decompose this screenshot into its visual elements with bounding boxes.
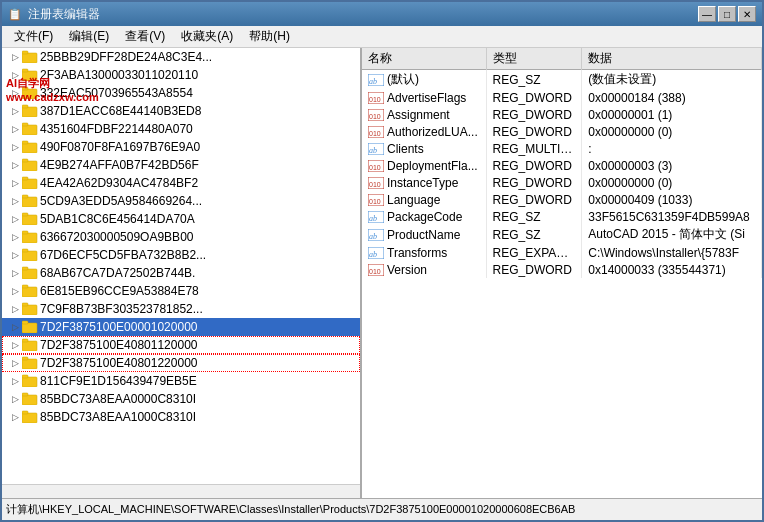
tree-item[interactable]: ▷ 7D2F3875100E40801220000 bbox=[2, 354, 360, 372]
folder-icon bbox=[22, 265, 38, 282]
close-button[interactable]: ✕ bbox=[738, 6, 756, 22]
expand-icon[interactable]: ▷ bbox=[10, 322, 20, 332]
expand-icon[interactable]: ▷ bbox=[10, 178, 20, 188]
expand-icon[interactable]: ▷ bbox=[10, 286, 20, 296]
tree-scroll[interactable]: ▷ 25BBB29DFF28DE24A8C3E4...▷ 2F3ABA13000… bbox=[2, 48, 360, 484]
expand-icon[interactable]: ▷ bbox=[10, 124, 20, 134]
registry-name-text: ProductName bbox=[387, 228, 460, 242]
tree-item[interactable]: ▷ 4E9B274AFFA0B7F42BD56F bbox=[2, 156, 360, 174]
expand-icon[interactable]: ▷ bbox=[10, 304, 20, 314]
expand-icon[interactable]: ▷ bbox=[10, 106, 20, 116]
table-row[interactable]: 010InstanceTypeREG_DWORD0x00000000 (0) bbox=[362, 174, 762, 191]
table-row[interactable]: 010VersionREG_DWORD0x14000033 (335544371… bbox=[362, 261, 762, 278]
tree-item[interactable]: ▷ 5DAB1C8C6E456414DA70A bbox=[2, 210, 360, 228]
svg-rect-27 bbox=[22, 285, 28, 288]
tree-item[interactable]: ▷ 25BBB29DFF28DE24A8C3E4... bbox=[2, 48, 360, 66]
expand-icon[interactable]: ▷ bbox=[10, 250, 20, 260]
left-scrollbar-h[interactable] bbox=[2, 484, 360, 498]
ab-icon: ab bbox=[368, 211, 384, 223]
svg-rect-19 bbox=[22, 213, 28, 216]
svg-text:010: 010 bbox=[369, 96, 381, 103]
table-row[interactable]: abClientsREG_MULTI_SZ: bbox=[362, 140, 762, 157]
tree-item[interactable]: ▷ 7D2F3875100E00001020000 bbox=[2, 318, 360, 336]
tree-item[interactable]: ▷ 6E815EB96CCE9A53884E78 bbox=[2, 282, 360, 300]
tree-item[interactable]: ▷ 811CF9E1D156439479EB5E bbox=[2, 372, 360, 390]
table-row[interactable]: 010DeploymentFla...REG_DWORD0x00000003 (… bbox=[362, 157, 762, 174]
expand-icon[interactable]: ▷ bbox=[10, 358, 20, 368]
tree-item-label: 67D6ECF5CD5FBA732B8B2... bbox=[40, 248, 206, 262]
expand-icon[interactable]: ▷ bbox=[10, 142, 20, 152]
expand-icon[interactable]: ▷ bbox=[10, 70, 20, 80]
table-row[interactable]: 010AdvertiseFlagsREG_DWORD0x00000184 (38… bbox=[362, 89, 762, 106]
menu-file[interactable]: 文件(F) bbox=[6, 26, 61, 47]
tree-item[interactable]: ▷ 7D2F3875100E40801120000 bbox=[2, 336, 360, 354]
table-row[interactable]: abTransformsREG_EXPAND_SZC:\Windows\Inst… bbox=[362, 244, 762, 261]
tree-item-label: 4E9B274AFFA0B7F42BD56F bbox=[40, 158, 199, 172]
expand-icon[interactable]: ▷ bbox=[10, 214, 20, 224]
registry-type-cell: REG_DWORD bbox=[486, 174, 582, 191]
table-row[interactable]: abProductNameREG_SZAutoCAD 2015 - 简体中文 (… bbox=[362, 225, 762, 244]
tree-item[interactable]: ▷ 67D6ECF5CD5FBA732B8B2... bbox=[2, 246, 360, 264]
tree-item[interactable]: ▷ 332EAC50703965543A8554 bbox=[2, 84, 360, 102]
registry-name-text: Transforms bbox=[387, 246, 447, 260]
svg-rect-1 bbox=[22, 51, 28, 54]
expand-icon[interactable]: ▷ bbox=[10, 412, 20, 422]
tree-item[interactable]: ▷ 68AB67CA7DA72502B744B. bbox=[2, 264, 360, 282]
svg-rect-7 bbox=[22, 105, 28, 108]
maximize-button[interactable]: □ bbox=[718, 6, 736, 22]
tree-item[interactable]: ▷ 85BDC73A8EAA0000C8310I bbox=[2, 390, 360, 408]
svg-rect-15 bbox=[22, 177, 28, 180]
table-row[interactable]: abPackageCodeREG_SZ33F5615C631359F4DB599… bbox=[362, 208, 762, 225]
folder-icon bbox=[22, 193, 38, 210]
tree-item[interactable]: ▷ 4EA42A62D9304AC4784BF2 bbox=[2, 174, 360, 192]
expand-icon[interactable]: ▷ bbox=[10, 376, 20, 386]
header-data: 数据 bbox=[582, 48, 762, 70]
registry-name-text: DeploymentFla... bbox=[387, 159, 478, 173]
tree-item-label: 7D2F3875100E40801220000 bbox=[40, 356, 197, 370]
header-name: 名称 bbox=[362, 48, 486, 70]
expand-icon[interactable]: ▷ bbox=[10, 232, 20, 242]
expand-icon[interactable]: ▷ bbox=[10, 52, 20, 62]
right-scroll[interactable]: 名称 类型 数据 ab(默认)REG_SZ(数值未设置)010Advertise… bbox=[362, 48, 762, 498]
table-row[interactable]: 010LanguageREG_DWORD0x00000409 (1033) bbox=[362, 191, 762, 208]
registry-name-cell: abTransforms bbox=[362, 244, 486, 261]
left-panel: ▷ 25BBB29DFF28DE24A8C3E4...▷ 2F3ABA13000… bbox=[2, 48, 362, 498]
registry-name-text: AuthorizedLUA... bbox=[387, 125, 478, 139]
menu-edit[interactable]: 编辑(E) bbox=[61, 26, 117, 47]
registry-type-cell: REG_DWORD bbox=[486, 261, 582, 278]
table-row[interactable]: 010AuthorizedLUA...REG_DWORD0x00000000 (… bbox=[362, 123, 762, 140]
expand-icon[interactable]: ▷ bbox=[10, 394, 20, 404]
menu-favorites[interactable]: 收藏夹(A) bbox=[173, 26, 241, 47]
expand-icon[interactable]: ▷ bbox=[10, 160, 20, 170]
registry-data-cell: 0x14000033 (335544371) bbox=[582, 261, 762, 278]
tree-item[interactable]: ▷ 490F0870F8FA1697B76E9A0 bbox=[2, 138, 360, 156]
tree-item-label: 25BBB29DFF28DE24A8C3E4... bbox=[40, 50, 212, 64]
tree-item[interactable]: ▷ 85BDC73A8EAA1000C8310I bbox=[2, 408, 360, 426]
registry-type-cell: REG_SZ bbox=[486, 208, 582, 225]
expand-icon[interactable]: ▷ bbox=[10, 196, 20, 206]
registry-data-cell: 0x00000003 (3) bbox=[582, 157, 762, 174]
expand-icon[interactable]: ▷ bbox=[10, 340, 20, 350]
status-text: 计算机\HKEY_LOCAL_MACHINE\SOFTWARE\Classes\… bbox=[6, 502, 575, 517]
svg-rect-28 bbox=[22, 305, 37, 315]
table-row[interactable]: ab(默认)REG_SZ(数值未设置) bbox=[362, 70, 762, 90]
minimize-button[interactable]: — bbox=[698, 6, 716, 22]
tree-item[interactable]: ▷ 387D1EACC68E44140B3ED8 bbox=[2, 102, 360, 120]
tree-item[interactable]: ▷ 4351604FDBF2214480A070 bbox=[2, 120, 360, 138]
menu-view[interactable]: 查看(V) bbox=[117, 26, 173, 47]
tree-item[interactable]: ▷ 2F3ABA13000033011020110 bbox=[2, 66, 360, 84]
expand-icon[interactable]: ▷ bbox=[10, 268, 20, 278]
tree-item[interactable]: ▷ 636672030000509OA9BB00 bbox=[2, 228, 360, 246]
tree-item[interactable]: ▷ 5CD9A3EDD5A9584669264... bbox=[2, 192, 360, 210]
svg-rect-14 bbox=[22, 179, 37, 189]
folder-icon bbox=[22, 139, 38, 156]
menu-help[interactable]: 帮助(H) bbox=[241, 26, 298, 47]
tree-item-label: 7C9F8B73BF303523781852... bbox=[40, 302, 203, 316]
table-row[interactable]: 010AssignmentREG_DWORD0x00000001 (1) bbox=[362, 106, 762, 123]
expand-icon[interactable]: ▷ bbox=[10, 88, 20, 98]
ab-icon: ab bbox=[368, 229, 384, 241]
folder-icon bbox=[22, 337, 38, 354]
svg-rect-5 bbox=[22, 87, 28, 90]
tree-item[interactable]: ▷ 7C9F8B73BF303523781852... bbox=[2, 300, 360, 318]
registry-data-cell: 0x00000184 (388) bbox=[582, 89, 762, 106]
